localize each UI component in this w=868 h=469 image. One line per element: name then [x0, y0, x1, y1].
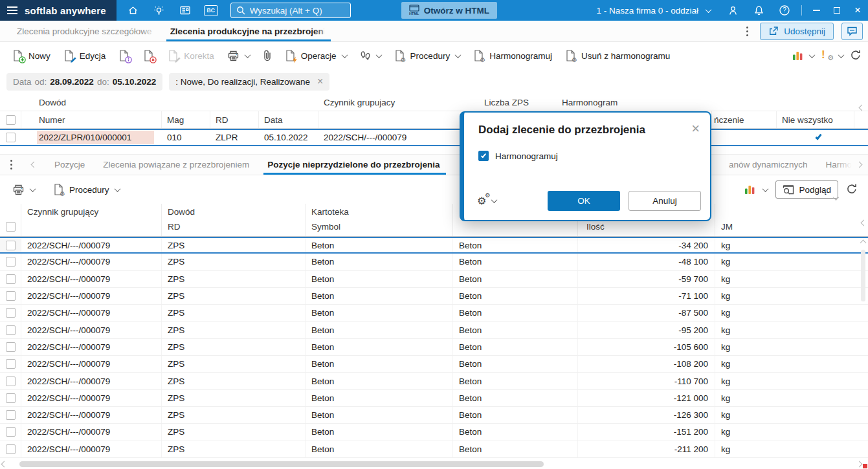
settings-chevron-down-icon[interactable]: [838, 52, 845, 58]
row-checkbox[interactable]: [6, 444, 16, 454]
chart-view-icon[interactable]: [744, 185, 755, 195]
row-checkbox[interactable]: [6, 410, 16, 420]
status-filter-chip[interactable]: : Nowe, Do realizacji, Realizowane ×: [169, 73, 329, 91]
more-options-kebab-icon[interactable]: [742, 24, 752, 39]
operations-button[interactable]: Operacje: [279, 45, 353, 66]
schedule-button[interactable]: ⚙ Harmonogramuj: [467, 45, 558, 66]
select-all-checkbox[interactable]: [6, 222, 16, 232]
row-checkbox[interactable]: [6, 308, 16, 318]
table-row[interactable]: 2022/SCH/---/000079 ZPS Beton Beton -151…: [0, 424, 868, 441]
table-row[interactable]: 2022/SCH/---/000079 ZPS Beton Beton -121…: [0, 390, 868, 407]
checked-checkbox-icon[interactable]: [815, 133, 821, 140]
order-row-selected[interactable]: 2022/ZLPR/010/000001 010 ZLPR 05.10.2022…: [0, 129, 868, 146]
steps-button[interactable]: [354, 45, 387, 66]
remove-filter-icon[interactable]: ×: [317, 76, 323, 87]
tab-zlecenia-produkcyjne-szczegolowe[interactable]: Zlecenia produkcyjne szczegółowe: [8, 21, 161, 41]
new-button[interactable]: Nowy: [6, 45, 56, 66]
tab-stanow-dynamicznych-truncated[interactable]: anów dynamicznych: [720, 155, 817, 175]
document-info-button[interactable]: [113, 45, 136, 66]
column-jm[interactable]: JM: [715, 204, 868, 236]
row-checkbox[interactable]: [6, 257, 16, 267]
row-checkbox[interactable]: [6, 393, 16, 403]
column-czynnik-grupujacy[interactable]: Czynnik grupujacy: [318, 98, 479, 107]
schedule-checkbox-row[interactable]: Harmonogramuj: [478, 151, 700, 161]
tab-pozycje-nieprzydzielone[interactable]: Pozycje nieprzydzielone do przezbrojenia: [258, 155, 449, 175]
settings-alert-icon[interactable]: !⚙: [821, 50, 832, 61]
chart-chevron-down-icon[interactable]: [762, 186, 769, 192]
tab-harmonogram-truncated[interactable]: Harmo: [816, 155, 854, 175]
column-czynnik-grupujacy[interactable]: Czynnik grupujący: [21, 204, 162, 236]
dialog-close-icon[interactable]: ×: [691, 124, 700, 134]
company-selector[interactable]: 1 - Nasza firma 0 - oddział: [596, 6, 698, 16]
user-icon[interactable]: [720, 0, 746, 21]
business-central-icon[interactable]: BC: [198, 0, 224, 21]
row-checkbox[interactable]: [6, 133, 16, 142]
row-checkbox[interactable]: [6, 274, 16, 284]
procedures-button[interactable]: ⚙ Procedury: [388, 45, 467, 66]
table-row[interactable]: 2022/SCH/---/000079 ZPS Beton Beton -126…: [0, 407, 868, 424]
dialog-settings-gears-icon[interactable]: ⚙⚙: [477, 196, 496, 206]
column-group-dowod[interactable]: Dowód: [21, 98, 318, 107]
table-row[interactable]: 2022/SCH/---/000079 ZPS Beton Beton -34 …: [0, 237, 868, 254]
checked-checkbox[interactable]: [478, 151, 489, 161]
table-row[interactable]: 2022/SCH/---/000079 ZPS Beton Beton -105…: [0, 339, 868, 356]
column-numer[interactable]: Numer: [21, 111, 162, 128]
scroll-right-icon[interactable]: [856, 461, 863, 468]
open-in-html-button[interactable]: HTML Otwórz w HTML: [401, 2, 497, 19]
tab-zlecenia-produkcyjne-na-przezbrojenie[interactable]: Zlecenia produkcyjne na przezbrojenie: [161, 21, 333, 41]
edit-button[interactable]: Edycja: [58, 45, 112, 66]
row-checkbox[interactable]: [6, 427, 16, 437]
table-row[interactable]: 2022/SCH/---/000079 ZPS Beton Beton -87 …: [0, 305, 868, 322]
tabs-scroll-left-icon[interactable]: [31, 162, 38, 168]
table-row[interactable]: 2022/SCH/---/000079 ZPS Beton Beton -48 …: [0, 254, 868, 270]
table-row[interactable]: 2022/SCH/---/000079 ZPS Beton Beton -108…: [0, 356, 868, 373]
scroll-left-icon[interactable]: [1, 461, 8, 468]
close-window-button[interactable]: ×: [847, 0, 868, 21]
row-checkbox[interactable]: [6, 359, 16, 369]
select-all-checkbox[interactable]: [6, 115, 16, 125]
document-delete-button[interactable]: [137, 45, 161, 66]
notifications-bell-icon[interactable]: [746, 0, 772, 21]
print-chevron-down-icon[interactable]: [30, 186, 36, 192]
detail-print-button[interactable]: [6, 179, 41, 200]
column-liczba-zps[interactable]: Liczba ZPS: [479, 98, 557, 107]
column-nie-wszystko[interactable]: Nie wszystko: [777, 111, 854, 128]
row-checkbox[interactable]: [6, 342, 16, 352]
correction-button[interactable]: Korekta: [162, 45, 220, 66]
column-zakonczenie-truncated[interactable]: ńczenie: [712, 111, 777, 128]
procedures-chevron-down-icon[interactable]: [455, 52, 462, 58]
attachments-button[interactable]: [257, 45, 278, 66]
minimize-button[interactable]: [806, 0, 827, 21]
procedures-chevron-down-icon[interactable]: [114, 186, 120, 192]
cancel-button[interactable]: Anuluj: [629, 191, 701, 211]
horizontal-scroll-thumb[interactable]: [19, 461, 544, 467]
horizontal-scrollbar[interactable]: [0, 459, 868, 469]
detail-tabs-kebab-icon[interactable]: [6, 157, 16, 172]
ok-button[interactable]: OK: [548, 191, 620, 211]
steps-chevron-down-icon[interactable]: [375, 52, 382, 58]
detail-procedures-button[interactable]: ⚙ Procedury: [47, 179, 126, 200]
feedback-chat-button[interactable]: [841, 23, 863, 40]
company-chevron-down-icon[interactable]: [706, 6, 712, 13]
row-checkbox[interactable]: [6, 241, 16, 250]
news-icon[interactable]: [172, 0, 198, 21]
maximize-button[interactable]: [827, 0, 847, 21]
column-rd[interactable]: RD: [210, 111, 259, 128]
tab-zlecenia-powiazane[interactable]: Zlecenia powiązane z przezbrojeniem: [94, 155, 258, 175]
chart-view-icon[interactable]: [792, 51, 803, 61]
operations-chevron-down-icon[interactable]: [341, 52, 348, 58]
row-checkbox[interactable]: [6, 291, 16, 301]
vertical-scrollbar[interactable]: [860, 239, 867, 458]
row-checkbox[interactable]: [6, 325, 16, 335]
column-mag[interactable]: Mag: [162, 111, 210, 128]
table-row[interactable]: 2022/SCH/---/000079 ZPS Beton Beton -95 …: [0, 322, 868, 338]
column-data[interactable]: Data: [259, 111, 318, 128]
search-input[interactable]: [250, 6, 345, 16]
scroll-up-icon[interactable]: [860, 240, 867, 246]
hamburger-menu-icon[interactable]: [7, 6, 17, 14]
tabs-scroll-right-icon[interactable]: [856, 162, 863, 168]
refresh-icon[interactable]: [850, 49, 862, 63]
vertical-scroll-thumb[interactable]: [861, 250, 865, 301]
table-row[interactable]: 2022/SCH/---/000079 ZPS Beton Beton -110…: [0, 373, 868, 389]
table-row[interactable]: 2022/SCH/---/000079 ZPS Beton Beton -59 …: [0, 271, 868, 288]
